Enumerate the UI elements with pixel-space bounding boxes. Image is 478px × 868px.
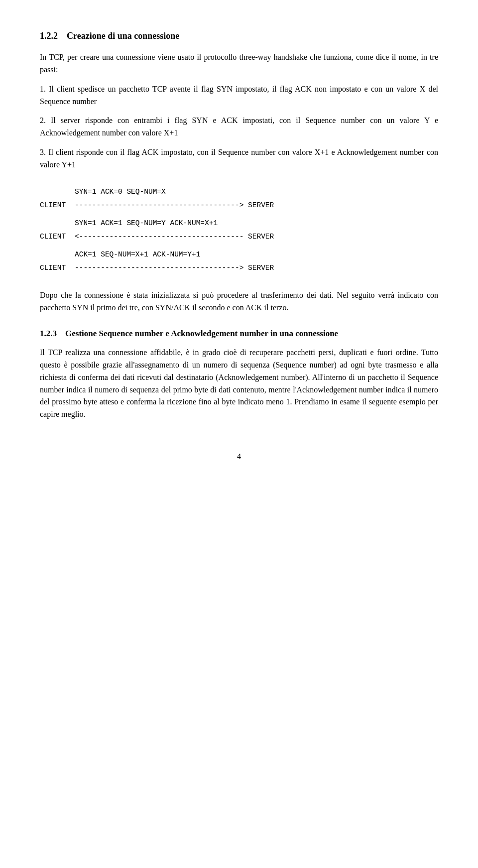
diagram-arrow-1: --------------------------------------> … [75, 199, 438, 213]
diagram-row3: CLIENT ---------------------------------… [40, 261, 438, 275]
section-title: Creazione di una connessione [67, 31, 179, 41]
diagram-row1-label: SYN=1 ACK=0 SEQ-NUM=X [40, 185, 438, 199]
subsection-heading: 1.2.3 Gestione Sequence number e Acknowl… [40, 328, 438, 340]
tcp-handshake-diagram: SYN=1 ACK=0 SEQ-NUM=X CLIENT -----------… [40, 185, 438, 275]
diagram-client-3: CLIENT [40, 261, 75, 275]
subsection-title: Gestione Sequence number e Acknowledgeme… [65, 329, 338, 338]
diagram-row3-label: ACK=1 SEQ-NUM=X+1 ACK-NUM=Y+1 [40, 248, 438, 262]
subsection-number: 1.2.3 [40, 329, 57, 338]
diagram-row3-above: ACK=1 SEQ-NUM=X+1 ACK-NUM=Y+1 [75, 248, 438, 262]
diagram-row1-above: SYN=1 ACK=0 SEQ-NUM=X [75, 185, 438, 199]
diagram-arrow-2: <-------------------------------------- … [75, 230, 438, 244]
step2-paragraph: 2. Il server risponde con entrambi i fla… [40, 115, 438, 139]
body-paragraph-1: Il TCP realizza una connessione affidabi… [40, 347, 438, 421]
diagram-client-1: CLIENT [40, 199, 75, 213]
diagram-row2-above: SYN=1 ACK=1 SEQ-NUM=Y ACK-NUM=X+1 [75, 217, 438, 231]
step3-paragraph: 3. Il client risponde con il flag ACK im… [40, 146, 438, 171]
intro-paragraph: In TCP, per creare una connessione viene… [40, 51, 438, 76]
section-number: 1.2.2 [40, 31, 58, 41]
diagram-row2-label: SYN=1 ACK=1 SEQ-NUM=Y ACK-NUM=X+1 [40, 217, 438, 231]
page-number: 4 [40, 451, 438, 463]
diagram-arrow-3: --------------------------------------> … [75, 261, 438, 275]
diagram-row2: CLIENT <--------------------------------… [40, 230, 438, 244]
diagram-client-2: CLIENT [40, 230, 75, 244]
diagram-row1: CLIENT ---------------------------------… [40, 199, 438, 213]
after-diagram-paragraph: Dopo che la connessione è stata iniziali… [40, 289, 438, 314]
section-heading: 1.2.2 Creazione di una connessione [40, 30, 438, 42]
step1-paragraph: 1. Il client spedisce un pacchetto TCP a… [40, 83, 438, 108]
